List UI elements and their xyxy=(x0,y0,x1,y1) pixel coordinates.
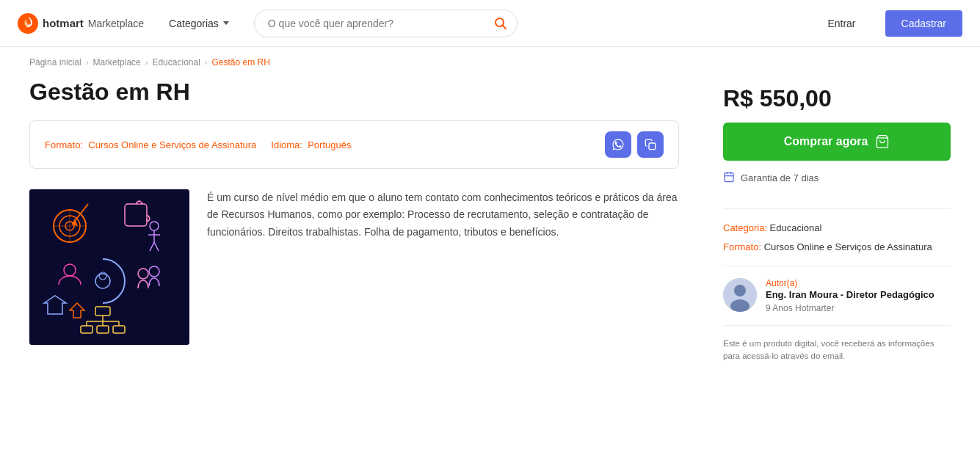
breadcrumb-sep-3: › xyxy=(205,58,208,67)
guarantee: Garantia de 7 dias xyxy=(723,171,951,185)
breadcrumb: Página inicial › Marketplace › Educacion… xyxy=(0,47,980,78)
entrar-button[interactable]: Entrar xyxy=(816,12,867,35)
chevron-down-icon xyxy=(223,21,229,25)
svg-line-2 xyxy=(502,25,506,29)
hotmart-flame-icon xyxy=(18,13,38,34)
search-icon xyxy=(494,17,507,30)
course-section: É um curso de nível médio em que o aluno… xyxy=(29,189,679,345)
logo-link[interactable]: hotmart Marketplace xyxy=(18,13,144,34)
price-value: R$ 550,00 xyxy=(723,85,951,112)
format-bar: Formato: Cursos Online e Serviços de Ass… xyxy=(29,120,679,169)
sidebar: R$ 550,00 Comprar agora xyxy=(723,78,951,363)
content-area: Gestão em RH Formato: Cursos Online e Se… xyxy=(29,78,723,363)
breadcrumb-current-plain: Gestão em xyxy=(212,57,258,68)
page-title: Gestão em RH xyxy=(29,78,679,106)
author-section: Autor(a) Eng. Iran Moura - Diretor Pedag… xyxy=(723,278,951,313)
search-input[interactable] xyxy=(254,10,518,37)
course-description: É um curso de nível médio em que o aluno… xyxy=(207,189,679,240)
copy-icon xyxy=(645,139,656,150)
idioma-label: Idioma: Português xyxy=(271,139,351,150)
author-avatar xyxy=(723,278,757,312)
cadastrar-button[interactable]: Cadastrar xyxy=(885,10,962,37)
sidebar-format-value: Cursos Online e Serviços de Assinatura xyxy=(764,241,932,252)
breadcrumb-home[interactable]: Página inicial xyxy=(29,57,81,68)
divider-2 xyxy=(723,266,951,266)
buy-button[interactable]: Comprar agora xyxy=(723,123,951,161)
breadcrumb-current: Gestão em RH xyxy=(212,57,270,68)
guarantee-text: Garantia de 7 dias xyxy=(741,172,819,183)
main-layout: Gestão em RH Formato: Cursos Online e Se… xyxy=(0,78,980,393)
divider-1 xyxy=(723,208,951,209)
format-label: Formato: Cursos Online e Serviços de Ass… xyxy=(45,139,256,150)
breadcrumb-sep-2: › xyxy=(145,58,148,67)
svg-rect-33 xyxy=(725,173,733,182)
logo-brand: hotmart xyxy=(43,17,84,29)
svg-point-0 xyxy=(18,13,38,34)
format-row: Formato: Cursos Online e Serviços de Ass… xyxy=(723,240,951,255)
author-years: 9 Anos Hotmarter xyxy=(766,303,951,313)
course-image xyxy=(29,189,189,345)
categories-label: Categorias xyxy=(169,18,219,29)
format-bar-left: Formato: Cursos Online e Serviços de Ass… xyxy=(45,139,351,150)
whatsapp-share-button[interactable] xyxy=(605,131,631,158)
header: hotmart Marketplace Categorias Entrar Ca… xyxy=(0,0,980,47)
format-value: Cursos Online e Serviços de Assinatura xyxy=(88,139,256,150)
categories-button[interactable]: Categorias xyxy=(161,13,236,34)
search-area xyxy=(254,10,518,37)
category-label: Categoria: xyxy=(723,222,767,233)
category-row: Categoria: Educacional xyxy=(723,221,951,236)
svg-point-38 xyxy=(734,285,746,296)
author-name: Eng. Iran Moura - Diretor Pedagógico xyxy=(766,288,951,302)
calendar-icon xyxy=(723,171,735,185)
svg-rect-3 xyxy=(649,143,656,150)
price-section: R$ 550,00 Comprar agora xyxy=(723,78,951,197)
author-info: Autor(a) Eng. Iran Moura - Diretor Pedag… xyxy=(766,278,951,313)
breadcrumb-marketplace[interactable]: Marketplace xyxy=(92,57,140,68)
sidebar-format-label: Formato: xyxy=(723,241,761,252)
idioma-value: Português xyxy=(308,139,351,150)
breadcrumb-sep-1: › xyxy=(86,58,89,67)
breadcrumb-current-highlight: RH xyxy=(258,57,270,68)
breadcrumb-educacional[interactable]: Educacional xyxy=(152,57,200,68)
author-tag: Autor(a) xyxy=(766,278,951,288)
digital-notice: Este é um produto digital, você receberá… xyxy=(723,338,951,363)
logo-marketplace-text: Marketplace xyxy=(88,18,144,29)
search-button[interactable] xyxy=(494,17,507,30)
whatsapp-icon xyxy=(611,138,625,151)
copy-link-button[interactable] xyxy=(637,131,664,158)
divider-3 xyxy=(723,325,951,326)
share-buttons xyxy=(605,131,664,158)
category-value: Educacional xyxy=(770,222,822,233)
cart-icon xyxy=(875,134,890,149)
